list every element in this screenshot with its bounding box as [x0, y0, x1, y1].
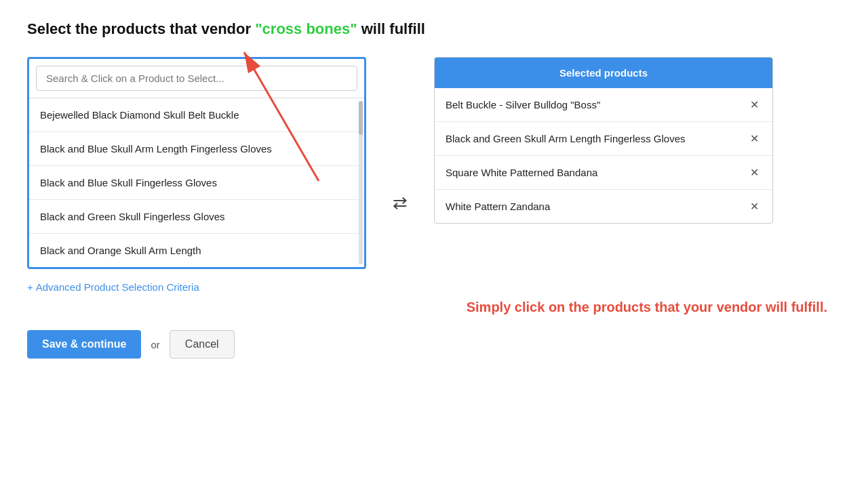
selected-list: Belt Buckle - Silver Bulldog "Boss"✕Blac…: [435, 88, 772, 223]
search-box-wrap: [29, 59, 364, 98]
cancel-button[interactable]: Cancel: [170, 330, 235, 359]
remove-item-button[interactable]: ✕: [747, 200, 762, 213]
selected-list-item: Square White Patterned Bandana✕: [435, 156, 772, 190]
product-list-item[interactable]: Black and Blue Skull Fingerless Gloves: [29, 166, 364, 200]
save-continue-button[interactable]: Save & continue: [27, 330, 141, 359]
product-search-panel: Bejewelled Black Diamond Skull Belt Buck…: [27, 57, 366, 269]
product-list-item[interactable]: Black and Blue Skull Arm Length Fingerle…: [29, 132, 364, 166]
remove-item-button[interactable]: ✕: [747, 166, 762, 179]
plus-icon: +: [27, 281, 33, 293]
selected-list-item: Black and Green Skull Arm Length Fingerl…: [435, 122, 772, 156]
transfer-col: ⇄: [366, 57, 434, 214]
selected-item-label: Belt Buckle - Silver Bulldog "Boss": [446, 98, 739, 112]
advanced-criteria-link[interactable]: + Advanced Product Selection Criteria: [27, 281, 199, 293]
scrollbar-thumb: [359, 101, 363, 135]
or-label: or: [151, 339, 159, 350]
selected-products-panel: Selected products Belt Buckle - Silver B…: [434, 57, 773, 224]
title-prefix: Select the products that vendor: [27, 20, 255, 37]
selected-list-item: White Pattern Zandana✕: [435, 190, 772, 223]
search-input[interactable]: [36, 66, 357, 91]
advanced-criteria-label: Advanced Product Selection Criteria: [36, 281, 199, 293]
selected-list-item: Belt Buckle - Silver Bulldog "Boss"✕: [435, 88, 772, 122]
product-list-item[interactable]: Black and Orange Skull Arm Length: [29, 234, 364, 267]
page-title: Select the products that vendor "cross b…: [27, 20, 841, 38]
remove-item-button[interactable]: ✕: [747, 132, 762, 145]
scrollbar-track: [359, 101, 363, 264]
product-list-item[interactable]: Bejewelled Black Diamond Skull Belt Buck…: [29, 98, 364, 132]
title-suffix: will fulfill: [357, 20, 425, 37]
bottom-row: Save & continue or Cancel: [27, 330, 841, 359]
vendor-name: "cross bones": [255, 20, 357, 37]
selected-item-label: Square White Patterned Bandana: [446, 165, 739, 180]
selected-item-label: Black and Green Skull Arm Length Fingerl…: [446, 131, 739, 146]
product-list-item[interactable]: Black and Green Skull Fingerless Gloves: [29, 200, 364, 234]
product-list: Bejewelled Black Diamond Skull Belt Buck…: [29, 98, 364, 267]
remove-item-button[interactable]: ✕: [747, 98, 762, 111]
tooltip-text: Simply click on the products that your v…: [467, 300, 827, 315]
tooltip-row: Simply click on the products that your v…: [27, 293, 841, 315]
selected-products-header: Selected products: [435, 58, 772, 88]
transfer-icon: ⇄: [393, 192, 408, 214]
selected-item-label: White Pattern Zandana: [446, 199, 739, 214]
